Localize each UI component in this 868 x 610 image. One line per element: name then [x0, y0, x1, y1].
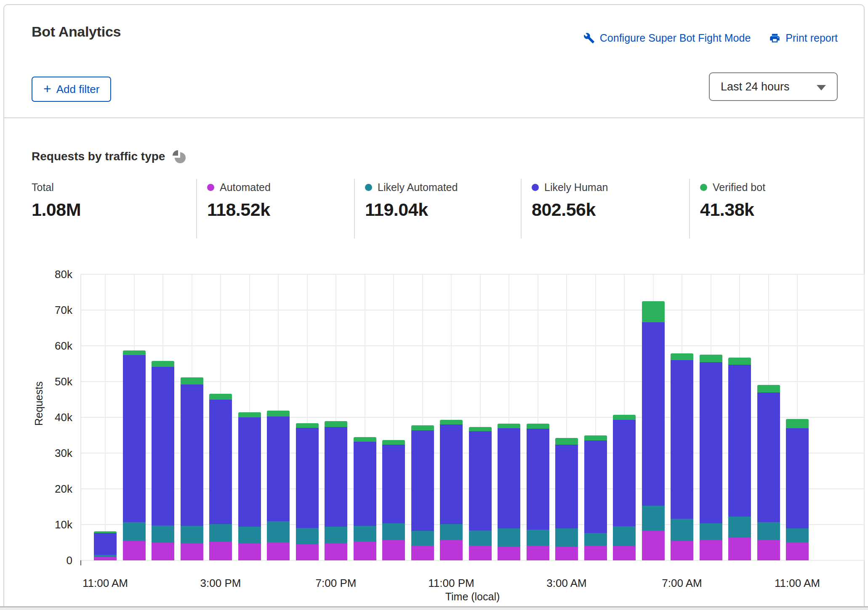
bar-segment-likely-automated[interactable]: [527, 530, 549, 546]
bar-segment-automated[interactable]: [411, 546, 434, 560]
bar-segment-verified-bot[interactable]: [296, 423, 319, 428]
bar-segment-verified-bot[interactable]: [411, 425, 434, 431]
bar-segment-likely-automated[interactable]: [786, 528, 809, 542]
bar-segment-automated[interactable]: [238, 544, 261, 560]
configure-super-bot-fight-mode-link[interactable]: Configure Super Bot Fight Mode: [583, 32, 751, 44]
bar-segment-likely-human[interactable]: [411, 430, 434, 531]
bar-segment-verified-bot[interactable]: [786, 419, 809, 428]
bar-segment-verified-bot[interactable]: [700, 355, 722, 362]
bar-segment-likely-automated[interactable]: [440, 524, 463, 540]
bar-segment-likely-human[interactable]: [555, 445, 578, 529]
bar-segment-likely-human[interactable]: [94, 533, 117, 555]
bar-segment-likely-human[interactable]: [728, 365, 751, 517]
bar-segment-likely-automated[interactable]: [209, 524, 232, 542]
bar-6-00-am[interactable]: [642, 301, 665, 560]
stat-likely-human[interactable]: Likely Human 802.56k: [521, 179, 689, 239]
bar-segment-likely-automated[interactable]: [584, 533, 607, 546]
bar-segment-likely-automated[interactable]: [728, 517, 751, 537]
bar-segment-likely-automated[interactable]: [700, 523, 722, 540]
bar-segment-likely-human[interactable]: [671, 360, 693, 519]
pie-chart-icon[interactable]: [173, 150, 186, 163]
bar-segment-verified-bot[interactable]: [527, 424, 549, 429]
bar-8-00-pm[interactable]: [354, 437, 376, 560]
bar-segment-automated[interactable]: [440, 540, 463, 560]
bar-segment-automated[interactable]: [498, 546, 520, 560]
bar-segment-automated[interactable]: [123, 541, 146, 560]
bar-segment-likely-human[interactable]: [123, 355, 146, 522]
bar-segment-likely-automated[interactable]: [267, 521, 290, 542]
bar-segment-likely-automated[interactable]: [325, 527, 347, 543]
bar-segment-verified-bot[interactable]: [757, 385, 780, 393]
bar-segment-automated[interactable]: [94, 557, 117, 560]
bar-segment-likely-human[interactable]: [354, 442, 376, 526]
bar-1-00-pm[interactable]: [152, 361, 174, 560]
bar-segment-verified-bot[interactable]: [123, 350, 146, 355]
bar-segment-likely-automated[interactable]: [671, 519, 693, 541]
bar-segment-verified-bot[interactable]: [181, 377, 203, 385]
bar-segment-likely-human[interactable]: [786, 428, 809, 529]
bar-segment-verified-bot[interactable]: [325, 421, 347, 427]
bar-9-00-pm[interactable]: [382, 440, 405, 560]
add-filter-button[interactable]: + Add filter: [32, 77, 111, 102]
stat-verified-bot[interactable]: Verified bot 41.38k: [689, 179, 836, 239]
bar-12-00-am[interactable]: [469, 427, 492, 560]
bar-segment-likely-automated[interactable]: [642, 506, 665, 530]
bar-segment-likely-automated[interactable]: [354, 526, 376, 541]
bar-segment-likely-human[interactable]: [584, 440, 607, 533]
bar-segment-automated[interactable]: [728, 538, 751, 560]
bar-11-00-am[interactable]: [94, 531, 117, 560]
bar-5-00-am[interactable]: [613, 415, 636, 560]
bar-segment-likely-human[interactable]: [498, 428, 520, 528]
bar-segment-automated[interactable]: [209, 542, 232, 560]
bar-segment-likely-human[interactable]: [469, 431, 492, 530]
bar-segment-likely-human[interactable]: [325, 427, 347, 527]
bar-segment-automated[interactable]: [267, 542, 290, 560]
bar-segment-automated[interactable]: [584, 546, 607, 560]
bar-segment-likely-human[interactable]: [296, 428, 319, 528]
bar-segment-likely-human[interactable]: [700, 362, 722, 523]
bar-3-00-pm[interactable]: [209, 394, 232, 560]
bar-segment-verified-bot[interactable]: [382, 440, 405, 444]
time-range-select[interactable]: Last 24 hours: [709, 72, 838, 101]
bar-11-00-pm[interactable]: [440, 420, 463, 560]
bar-segment-automated[interactable]: [700, 540, 722, 560]
bar-segment-likely-human[interactable]: [267, 416, 290, 521]
bar-segment-verified-bot[interactable]: [267, 411, 290, 416]
bar-segment-verified-bot[interactable]: [728, 358, 751, 365]
bar-segment-likely-automated[interactable]: [498, 528, 520, 546]
bar-segment-automated[interactable]: [354, 541, 376, 560]
bar-segment-automated[interactable]: [786, 542, 809, 560]
bar-segment-verified-bot[interactable]: [440, 420, 463, 424]
bar-2-00-am[interactable]: [527, 424, 549, 560]
bar-7-00-am[interactable]: [671, 353, 693, 560]
bar-1-00-am[interactable]: [498, 424, 520, 560]
bar-segment-likely-human[interactable]: [613, 420, 636, 526]
bar-9-00-am[interactable]: [728, 358, 751, 560]
bar-segment-verified-bot[interactable]: [642, 301, 665, 322]
bar-segment-verified-bot[interactable]: [469, 427, 492, 431]
bar-segment-likely-automated[interactable]: [555, 528, 578, 546]
bar-segment-automated[interactable]: [325, 543, 347, 560]
bar-11-00-am[interactable]: [786, 419, 809, 560]
bar-segment-automated[interactable]: [469, 546, 492, 560]
bar-segment-verified-bot[interactable]: [671, 353, 693, 360]
bar-segment-automated[interactable]: [642, 530, 665, 560]
bar-segment-verified-bot[interactable]: [498, 424, 520, 428]
bar-segment-likely-human[interactable]: [527, 429, 549, 530]
bar-segment-verified-bot[interactable]: [209, 394, 232, 400]
bar-segment-likely-automated[interactable]: [469, 530, 492, 546]
bar-segment-likely-human[interactable]: [238, 417, 261, 527]
bar-segment-verified-bot[interactable]: [613, 415, 636, 420]
bar-segment-automated[interactable]: [527, 546, 549, 560]
bar-segment-likely-automated[interactable]: [382, 523, 405, 541]
stat-likely-automated[interactable]: Likely Automated 119.04k: [354, 179, 521, 239]
bar-segment-automated[interactable]: [671, 541, 693, 560]
bar-10-00-pm[interactable]: [411, 425, 434, 560]
bar-segment-likely-automated[interactable]: [757, 522, 780, 540]
bar-segment-likely-human[interactable]: [382, 445, 405, 523]
bar-segment-likely-automated[interactable]: [613, 526, 636, 546]
bar-2-00-pm[interactable]: [181, 377, 203, 560]
bar-5-00-pm[interactable]: [267, 411, 290, 560]
bar-8-00-am[interactable]: [700, 355, 722, 560]
bar-segment-likely-human[interactable]: [757, 393, 780, 522]
